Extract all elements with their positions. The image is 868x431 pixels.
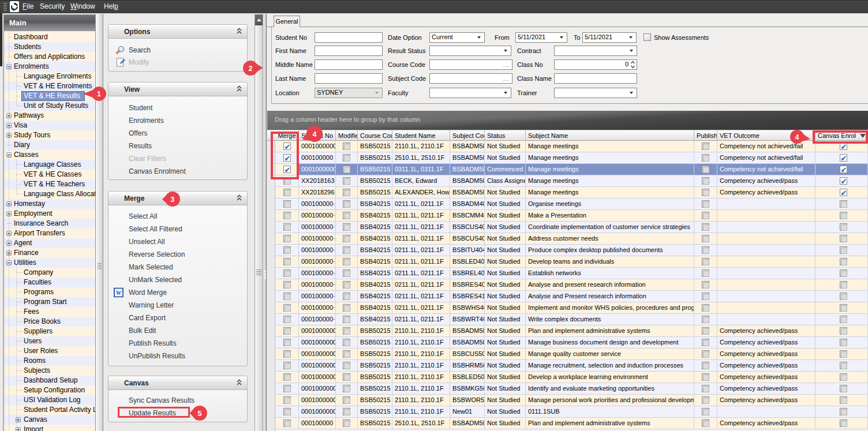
svg-text:2: 2 — [248, 64, 252, 72]
svg-text:3: 3 — [171, 195, 175, 203]
svg-text:4: 4 — [313, 130, 317, 138]
svg-text:4: 4 — [795, 133, 799, 141]
svg-text:W: W — [116, 289, 122, 296]
svg-text:5: 5 — [197, 410, 201, 418]
svg-text:1: 1 — [97, 90, 101, 98]
